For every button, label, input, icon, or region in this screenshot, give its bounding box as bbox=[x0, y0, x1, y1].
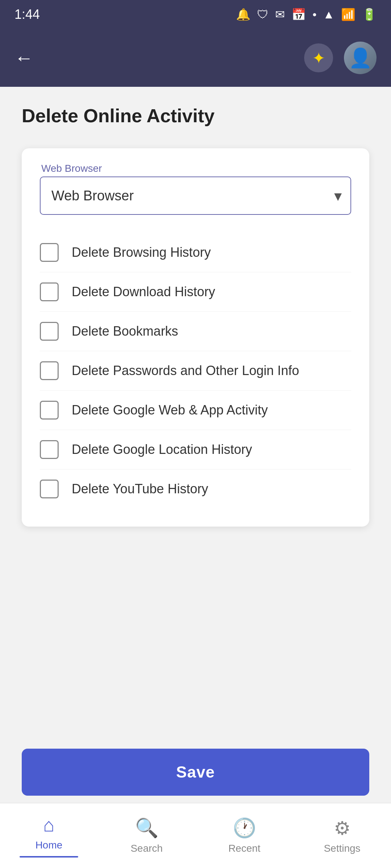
checkbox-passwords[interactable]: Delete Passwords and Other Login Info bbox=[40, 351, 351, 391]
toolbar-right: ✦ 👤 bbox=[304, 42, 377, 74]
signal-icon: 📶 bbox=[341, 8, 356, 21]
settings-icon: ⚙ bbox=[334, 817, 351, 839]
toolbar: ← ✦ 👤 bbox=[0, 29, 391, 87]
vpn-icon: 🛡 bbox=[257, 8, 269, 21]
checkbox-passwords-label: Delete Passwords and Other Login Info bbox=[72, 363, 299, 378]
checkbox-youtube-history-label: Delete YouTube History bbox=[72, 481, 208, 497]
avatar-image: 👤 bbox=[344, 42, 377, 74]
wifi-icon: ▲ bbox=[323, 8, 335, 21]
gear-icon: ✦ bbox=[312, 49, 325, 67]
nav-item-recent[interactable]: 🕐 Recent bbox=[196, 817, 293, 854]
bottom-nav: ⌂ Home 🔍 Search 🕐 Recent ⚙ Settings bbox=[0, 803, 391, 868]
checkbox-browsing-history[interactable]: Delete Browsing History bbox=[40, 233, 351, 272]
nav-item-search[interactable]: 🔍 Search bbox=[98, 817, 196, 854]
checkbox-google-location[interactable]: Delete Google Location History bbox=[40, 430, 351, 469]
toolbar-left: ← bbox=[14, 47, 33, 69]
checkbox-download-history-box[interactable] bbox=[40, 282, 59, 301]
checkbox-bookmarks-box[interactable] bbox=[40, 322, 59, 341]
status-time: 1:44 bbox=[14, 7, 40, 22]
dropdown-wrapper[interactable]: Web Browser Chrome Firefox Safari Edge ▾ bbox=[40, 176, 351, 215]
dot-icon: • bbox=[312, 8, 316, 21]
calendar-icon: 📅 bbox=[291, 8, 306, 21]
nav-label-search: Search bbox=[131, 843, 163, 854]
checkbox-google-location-label: Delete Google Location History bbox=[72, 442, 252, 457]
checkbox-youtube-history[interactable]: Delete YouTube History bbox=[40, 469, 351, 509]
nav-label-home: Home bbox=[35, 839, 63, 851]
nav-active-indicator bbox=[20, 856, 78, 858]
checkbox-bookmarks[interactable]: Delete Bookmarks bbox=[40, 312, 351, 351]
status-icons: 🔔 🛡 ✉ 📅 • ▲ 📶 🔋 bbox=[236, 8, 377, 21]
recent-icon: 🕐 bbox=[233, 817, 256, 839]
save-button-wrapper: Save bbox=[22, 749, 369, 796]
nav-item-settings[interactable]: ⚙ Settings bbox=[293, 817, 391, 854]
nav-label-settings: Settings bbox=[324, 843, 360, 854]
main-card: Web Browser Web Browser Chrome Firefox S… bbox=[22, 148, 369, 527]
checkbox-download-history-label: Delete Download History bbox=[72, 284, 215, 299]
checkbox-browsing-history-label: Delete Browsing History bbox=[72, 245, 211, 260]
toolbar-settings-button[interactable]: ✦ bbox=[304, 43, 333, 72]
checkbox-google-web-activity-label: Delete Google Web & App Activity bbox=[72, 403, 268, 418]
avatar[interactable]: 👤 bbox=[344, 42, 377, 74]
nav-label-recent: Recent bbox=[228, 843, 261, 854]
checkbox-download-history[interactable]: Delete Download History bbox=[40, 272, 351, 312]
checkbox-browsing-history-box[interactable] bbox=[40, 243, 59, 262]
checkbox-google-location-box[interactable] bbox=[40, 440, 59, 459]
web-browser-select[interactable]: Web Browser Chrome Firefox Safari Edge bbox=[41, 177, 350, 214]
dropdown-label: Web Browser bbox=[40, 163, 351, 174]
home-icon: ⌂ bbox=[43, 814, 54, 836]
nav-item-home[interactable]: ⌂ Home bbox=[0, 814, 98, 858]
checkbox-google-web-activity[interactable]: Delete Google Web & App Activity bbox=[40, 391, 351, 430]
checkbox-bookmarks-label: Delete Bookmarks bbox=[72, 324, 178, 339]
save-button[interactable]: Save bbox=[22, 749, 369, 796]
status-bar: 1:44 🔔 🛡 ✉ 📅 • ▲ 📶 🔋 bbox=[0, 0, 391, 29]
mail-icon: ✉ bbox=[275, 8, 285, 21]
page-content: Delete Online Activity Web Browser Web B… bbox=[0, 87, 391, 527]
page-title: Delete Online Activity bbox=[22, 105, 369, 127]
battery-icon: 🔋 bbox=[362, 8, 377, 21]
notification-icon: 🔔 bbox=[236, 8, 251, 21]
checkbox-passwords-box[interactable] bbox=[40, 361, 59, 380]
search-icon: 🔍 bbox=[135, 817, 159, 839]
checkbox-youtube-history-box[interactable] bbox=[40, 480, 59, 498]
checkbox-google-web-activity-box[interactable] bbox=[40, 401, 59, 420]
back-button[interactable]: ← bbox=[14, 47, 33, 69]
